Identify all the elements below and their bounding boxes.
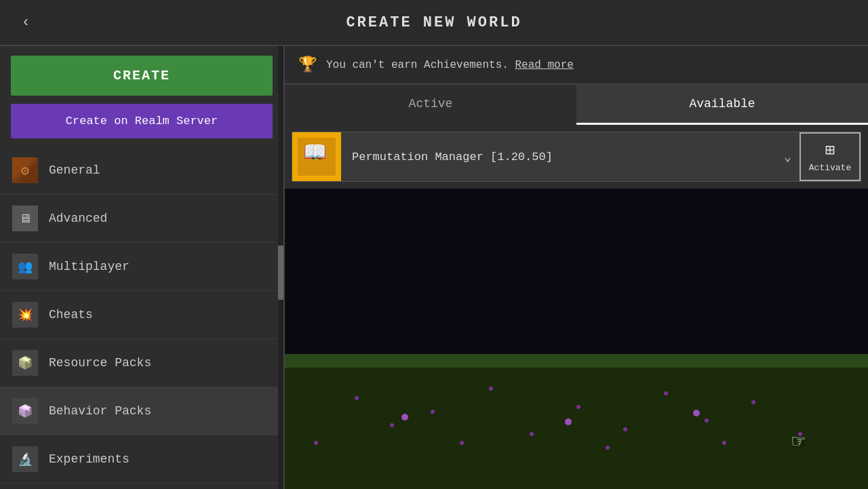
flower-1 — [355, 396, 359, 400]
advanced-icon — [12, 206, 38, 231]
scrollbar-track[interactable] — [278, 46, 283, 489]
resource-packs-icon — [12, 350, 38, 376]
sidebar-item-general[interactable]: General — [0, 146, 283, 195]
flower-15 — [722, 441, 726, 445]
flower-6 — [576, 405, 580, 409]
pack-list: 📖 Permutation Manager [1.20.50] ⌄ ⊞ Acti… — [285, 125, 868, 189]
multiplayer-icon — [12, 254, 38, 279]
background-scene: ☞ — [285, 189, 868, 489]
flower-7 — [623, 427, 627, 431]
flowers-layer — [285, 369, 868, 459]
flower-11 — [798, 432, 802, 436]
pack-name: Permutation Manager [1.20.50] — [352, 151, 765, 163]
flower-large-2 — [565, 418, 572, 425]
read-more-link[interactable]: Read more — [515, 59, 573, 71]
pack-book-icon: 📖 — [303, 140, 327, 163]
page-title: CREATE NEW WORLD — [346, 14, 521, 31]
sidebar-label-advanced: Advanced — [49, 212, 107, 225]
main-layout: CREATE Create on Realm Server General Ad… — [0, 46, 868, 489]
activate-plus-icon: ⊞ — [825, 140, 835, 160]
scrollbar-thumb[interactable] — [278, 246, 283, 300]
sidebar-item-experiments[interactable]: Experiments — [0, 435, 283, 484]
back-button[interactable]: ‹ — [14, 10, 38, 35]
pack-info: Permutation Manager [1.20.50] — [341, 151, 776, 163]
flower-13 — [460, 441, 464, 445]
general-icon — [12, 157, 38, 183]
activate-label: Activate — [809, 163, 851, 173]
sidebar-item-advanced[interactable]: Advanced — [0, 195, 283, 243]
flower-8 — [664, 391, 668, 395]
flower-5 — [530, 432, 534, 436]
sidebar-item-resource-packs[interactable]: Resource Packs — [0, 339, 283, 387]
sidebar-item-behavior-packs[interactable]: Behavior Packs — [0, 387, 283, 435]
create-button[interactable]: CREATE — [11, 56, 273, 96]
experiments-icon — [12, 446, 38, 472]
flower-14 — [606, 446, 610, 450]
flower-large-3 — [693, 410, 700, 416]
achievement-text-content: You can't earn Achievements. — [326, 59, 509, 71]
pack-icon: 📖 — [298, 138, 336, 176]
flower-10 — [751, 400, 755, 404]
sidebar-label-multiplayer: Multiplayer — [49, 260, 130, 273]
flower-9 — [705, 418, 709, 423]
flower-large-1 — [401, 414, 408, 420]
sidebar: CREATE Create on Realm Server General Ad… — [0, 46, 285, 489]
sidebar-label-experiments: Experiments — [49, 452, 130, 466]
sidebar-label-resource-packs: Resource Packs — [49, 356, 151, 370]
behavior-packs-icon — [12, 398, 38, 424]
achievement-banner: 🏆 You can't earn Achievements. Read more — [285, 46, 868, 85]
realm-server-button[interactable]: Create on Realm Server — [11, 104, 273, 138]
sidebar-label-cheats: Cheats — [49, 308, 93, 321]
pack-item: 📖 Permutation Manager [1.20.50] ⌄ ⊞ Acti… — [292, 132, 861, 182]
pack-expand-icon[interactable]: ⌄ — [776, 149, 800, 164]
right-panel: 🏆 You can't earn Achievements. Read more… — [285, 46, 868, 489]
header: ‹ CREATE NEW WORLD — [0, 0, 868, 46]
achievement-message: You can't earn Achievements. Read more — [326, 59, 574, 71]
tab-available[interactable]: Available — [576, 85, 868, 125]
sidebar-item-multiplayer[interactable]: Multiplayer — [0, 243, 283, 291]
achievement-disabled-icon: 🏆 — [298, 56, 317, 74]
activate-button[interactable]: ⊞ Activate — [800, 132, 861, 181]
back-icon: ‹ — [21, 14, 30, 31]
sidebar-label-behavior-packs: Behavior Packs — [49, 404, 151, 418]
cheats-icon — [12, 302, 38, 328]
sidebar-label-general: General — [49, 163, 100, 177]
tab-active[interactable]: Active — [285, 85, 576, 125]
flower-3 — [431, 410, 435, 414]
flower-12 — [314, 441, 318, 445]
sidebar-item-cheats[interactable]: Cheats — [0, 291, 283, 339]
pack-tabs: Active Available — [285, 85, 868, 125]
pack-icon-container: 📖 — [292, 132, 341, 181]
sidebar-nav: General Advanced Multiplayer Cheats Reso… — [0, 146, 283, 489]
flower-4 — [489, 387, 493, 391]
flower-2 — [390, 423, 394, 427]
